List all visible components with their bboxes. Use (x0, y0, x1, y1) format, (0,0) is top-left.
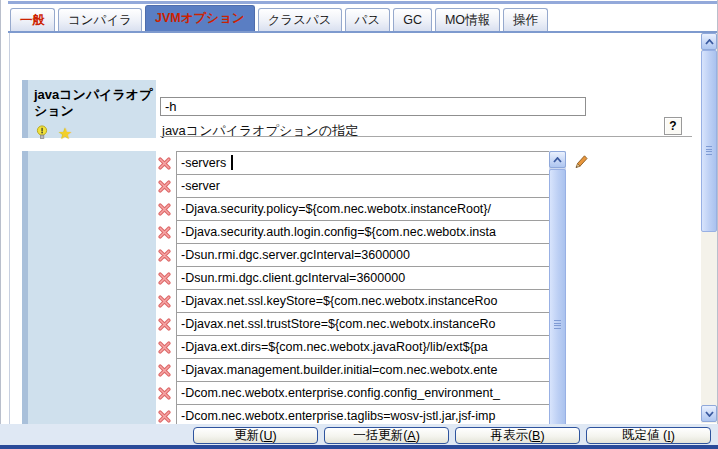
text-caret (231, 155, 233, 170)
delete-option-button[interactable] (158, 409, 173, 423)
x-icon (158, 272, 171, 285)
delete-option-button[interactable] (158, 248, 173, 262)
delete-option-button[interactable] (158, 340, 173, 354)
page-scroll-up-button[interactable] (701, 33, 717, 50)
x-icon (158, 180, 171, 193)
delete-option-button[interactable] (158, 294, 173, 308)
delete-option-button[interactable] (158, 386, 173, 400)
jvm-option-row (158, 381, 550, 405)
delete-option-button[interactable] (158, 202, 173, 216)
tab-3[interactable]: クラスパス (258, 8, 342, 31)
chevron-down-icon (705, 411, 714, 417)
window-bottom-strip (0, 445, 718, 449)
command-buttons: 更新(U)一括更新(A)再表示(B)既定値 (I) (193, 427, 711, 444)
tab-4[interactable]: パス (345, 8, 391, 31)
command-button-0[interactable]: 更新(U) (193, 427, 318, 444)
window-left-border (0, 0, 1, 449)
settings-panel: javaコンパイラオプション ★ javaコンパイラオプションの指定 ? (9, 33, 702, 424)
options-list-scrollbar[interactable] (549, 151, 566, 449)
x-icon (158, 364, 171, 377)
x-icon (158, 410, 171, 423)
jvm-option-row (158, 312, 550, 336)
compiler-option-label-block: javaコンパイラオプション ★ (22, 80, 156, 138)
jvm-option-input[interactable] (176, 312, 550, 336)
x-icon (158, 318, 171, 331)
chevron-up-icon (705, 39, 714, 45)
scrollbar-thumb[interactable] (549, 169, 566, 449)
compiler-option-input[interactable] (160, 97, 586, 116)
x-icon (158, 387, 171, 400)
field-description: javaコンパイラオプションの指定 (162, 122, 358, 140)
tab-6[interactable]: MO情報 (435, 8, 500, 31)
jvm-option-input[interactable] (176, 289, 550, 313)
delete-option-button[interactable] (158, 317, 173, 331)
jvm-options-label-block (22, 151, 156, 449)
page-scrollbar-thumb[interactable] (701, 50, 717, 232)
tab-5[interactable]: GC (393, 8, 432, 31)
x-icon (158, 203, 171, 216)
command-button-3[interactable]: 既定値 (I) (586, 427, 711, 444)
jvm-option-input[interactable] (176, 266, 550, 290)
tab-0[interactable]: 一般 (10, 8, 55, 31)
jvm-option-input[interactable] (176, 335, 550, 359)
delete-option-button[interactable] (158, 363, 173, 377)
x-icon (158, 341, 171, 354)
jvm-option-row (158, 243, 550, 267)
page-scrollbar[interactable] (701, 33, 717, 423)
x-icon (158, 295, 171, 308)
options-list (158, 151, 550, 449)
help-button[interactable]: ? (664, 117, 682, 135)
delete-option-button[interactable] (158, 156, 173, 170)
delete-option-button[interactable] (158, 225, 173, 239)
tab-2[interactable]: JVMオプション (145, 5, 255, 31)
x-icon (158, 157, 171, 170)
jvm-option-input[interactable] (176, 220, 550, 244)
tab-1[interactable]: コンパイラ (58, 8, 142, 31)
jvm-option-input[interactable] (176, 358, 550, 382)
scroll-up-button[interactable] (549, 151, 566, 168)
jvm-option-input[interactable] (176, 381, 550, 405)
jvm-option-row (158, 197, 550, 221)
jvm-option-input[interactable] (176, 174, 550, 198)
row-separator (160, 136, 692, 137)
field-label: javaコンパイラオプション (28, 80, 156, 119)
jvm-option-input[interactable] (176, 243, 550, 267)
tab-7[interactable]: 操作 (503, 8, 548, 31)
jvm-option-row (158, 266, 550, 290)
x-icon (158, 226, 171, 239)
jvm-option-row (158, 289, 550, 313)
jvm-option-row (158, 335, 550, 359)
page-scroll-down-button[interactable] (701, 405, 717, 422)
tab-strip-top-border (8, 1, 717, 4)
delete-option-button[interactable] (158, 271, 173, 285)
tab-bar: 一般コンパイラJVMオプションクラスパスパスGCMO情報操作 (10, 5, 548, 31)
jvm-option-row (158, 220, 550, 244)
jvm-option-row (158, 151, 550, 175)
edit-icon[interactable] (572, 154, 588, 170)
jvm-option-row (158, 174, 550, 198)
chevron-up-icon (553, 157, 562, 163)
star-icon: ★ (58, 127, 72, 141)
delete-option-button[interactable] (158, 179, 173, 193)
command-button-2[interactable]: 再表示(B) (455, 427, 580, 444)
command-button-1[interactable]: 一括更新(A) (324, 427, 449, 444)
lightbulb-icon (35, 125, 49, 143)
jvm-option-input[interactable] (176, 197, 550, 221)
x-icon (158, 249, 171, 262)
jvm-option-row (158, 358, 550, 382)
